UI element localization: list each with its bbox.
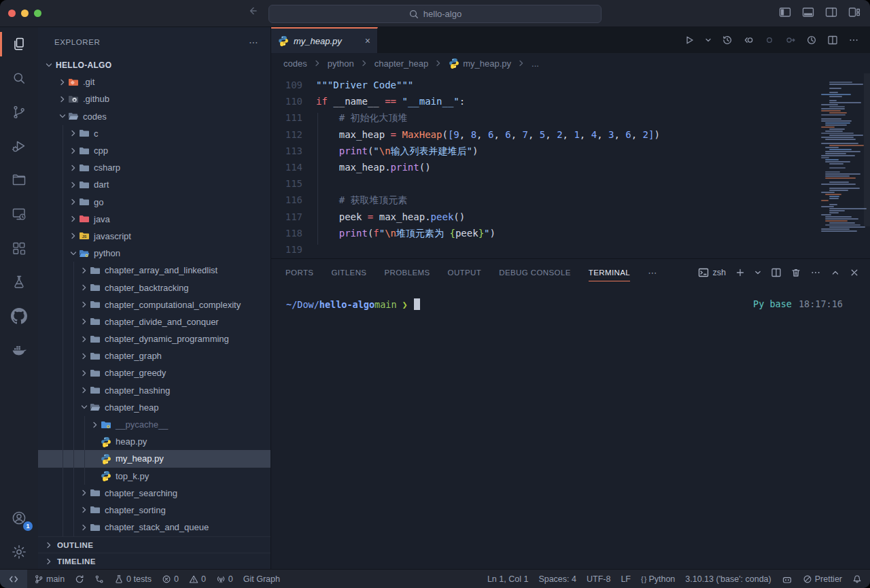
close-panel-button[interactable] [850,268,859,277]
customize-layout-button-icon[interactable] [848,7,860,18]
code-line-115[interactable]: 115 [271,175,870,192]
activity-docker-button[interactable] [0,333,38,367]
status-0[interactable]: 0 [189,574,206,584]
run-python-file-button[interactable] [684,35,695,46]
tree-item-c[interactable]: c [38,125,271,142]
panel-tab-ports[interactable]: PORTS [285,259,313,286]
tree-item-csharp[interactable]: csharp [38,159,271,176]
activity-run-debug-button[interactable] [0,129,38,163]
toggle-panel-button-icon[interactable] [802,7,814,18]
breadcrumb-item-chapter-heap[interactable]: chapter_heap [375,58,429,69]
activity-settings-button[interactable] [0,535,38,569]
split-terminal-button[interactable] [771,267,782,278]
command-center-search[interactable]: hello-algo [268,5,602,23]
status-main[interactable]: main [34,574,65,584]
gitlens-file-blame-button[interactable] [806,35,817,46]
panel-tabs-overflow-button[interactable]: ⋯ [648,268,658,278]
close-window-button[interactable] [8,10,16,17]
code-line-113[interactable]: 113 print("\n输入列表并建堆后") [271,143,870,159]
tab-close-icon[interactable]: × [365,35,370,46]
code-line-117[interactable]: 117 peek = max_heap.peek() [271,209,870,225]
code-line-110[interactable]: 110if __name__ == "__main__": [271,93,870,109]
code-line-111[interactable]: 111 # 初始化大顶堆 [271,109,870,126]
panel-tab-problems[interactable]: PROBLEMS [384,259,430,286]
code-line-114[interactable]: 114 max_heap.print() [271,159,870,175]
activity-explorer-button[interactable] [0,27,38,61]
breadcrumb-item-python[interactable]: python [328,58,354,69]
explorer-more-actions-button[interactable]: ⋯ [249,37,260,48]
activity-github-button[interactable] [0,299,38,333]
timeline-history-button[interactable] [722,35,733,46]
status-0[interactable]: 0 [216,574,233,584]
code-line-112[interactable]: 112 max_heap = MaxHeap([9, 8, 6, 6, 7, 5… [271,126,870,143]
status-3-10-13-base-conda[interactable]: 3.10.13 ('base': conda) [685,574,771,584]
tree-item-cpp[interactable]: cpp [38,142,271,159]
split-editor-button[interactable] [827,35,838,46]
new-terminal-button[interactable] [735,268,745,277]
panel-tab-output[interactable]: OUTPUT [448,259,482,286]
status-0-tests[interactable]: 0 tests [114,574,152,584]
run-dropdown-icon[interactable] [705,35,712,46]
terminal[interactable]: ~/Dow/hello-algo main❯ Py base18:17:16 [271,286,870,569]
status-ln-1-col-1[interactable]: Ln 1, Col 1 [487,574,528,584]
tree-root-hello-algo[interactable]: HELLO-ALGO [38,56,271,73]
editor-more-actions-button[interactable] [848,35,859,46]
tree-item-dart[interactable]: dart [38,176,271,193]
tree-item--github[interactable]: .github [38,90,271,107]
minimize-window-button[interactable] [21,10,29,17]
status-robot[interactable] [782,574,793,584]
code-line-109[interactable]: 109"""Driver Code""" [271,77,870,93]
tree-item--git[interactable]: .git [38,73,271,90]
panel-tab-gitlens[interactable]: GITLENS [331,259,366,286]
tree-item-go[interactable]: go [38,194,271,211]
panel-tab-debug-console[interactable]: DEBUG CONSOLE [499,259,571,286]
activity-search-button[interactable] [0,61,38,95]
timeline-section[interactable]: TIMELINE [38,553,271,569]
minimap[interactable] [821,82,865,232]
status-spaces-4[interactable]: Spaces: 4 [538,574,576,584]
toggle-secondary-sidebar-button-icon[interactable] [825,7,837,18]
status-0[interactable]: 0 [162,574,179,584]
breadcrumb-item--[interactable]: ... [532,58,539,69]
editor-scrollbar[interactable] [864,73,870,226]
activity-extensions-button[interactable] [0,231,38,265]
tree-item-javascript[interactable]: JSjavascript [38,228,271,245]
activity-remote-explorer-button[interactable] [0,197,38,231]
tree-item-python[interactable]: python [38,245,271,262]
navigate-back-icon[interactable] [246,5,258,16]
activity-testing-button[interactable] [0,265,38,299]
kill-terminal-button[interactable] [791,268,801,277]
status-git-graph[interactable] [94,574,104,584]
activity-folder-library-button[interactable] [0,163,38,197]
activity-accounts-button[interactable]: 1 [0,501,38,535]
code-line-116[interactable]: 116 # 获取堆顶元素 [271,192,870,208]
nav-circle-icon[interactable] [764,35,775,46]
code-line-118[interactable]: 118 print(f"\n堆顶元素为 {peek}") [271,225,870,241]
code-line-119[interactable]: 119 [271,241,870,258]
status-sync[interactable] [75,574,84,584]
gitlens-back-button[interactable] [743,35,754,46]
code-editor[interactable]: 109"""Driver Code"""110if __name__ == "_… [271,73,870,258]
tree-item-codes[interactable]: codes [38,108,271,125]
toggle-primary-sidebar-button-icon[interactable] [779,7,791,18]
nav-forward-circle-icon[interactable] [785,35,796,46]
terminal-shell-select[interactable]: zsh [698,267,726,278]
status-git-graph[interactable]: Git Graph [243,574,280,584]
maximize-panel-button[interactable] [831,268,840,277]
tree-item-java[interactable]: java [38,211,271,228]
terminal-launch-dropdown-icon[interactable] [754,268,761,277]
breadcrumb-item-my-heap-py[interactable]: my_heap.py [449,58,511,69]
tab-my-heap-py[interactable]: my_heap.py × [271,27,378,53]
remote-indicator[interactable] [0,570,27,588]
status-python[interactable]: { }Python [641,574,675,584]
panel-tab-terminal[interactable]: TERMINAL [589,259,630,286]
status-utf-8[interactable]: UTF-8 [587,574,610,584]
zoom-window-button[interactable] [34,10,41,17]
outline-section[interactable]: OUTLINE [38,536,271,553]
status-bell[interactable] [852,574,862,584]
status-lf[interactable]: LF [621,574,631,584]
status-prettier[interactable]: Prettier [803,574,842,584]
panel-more-actions-button[interactable] [810,267,821,278]
breadcrumb-item-codes[interactable]: codes [283,58,307,69]
activity-source-control-button[interactable] [0,95,38,129]
